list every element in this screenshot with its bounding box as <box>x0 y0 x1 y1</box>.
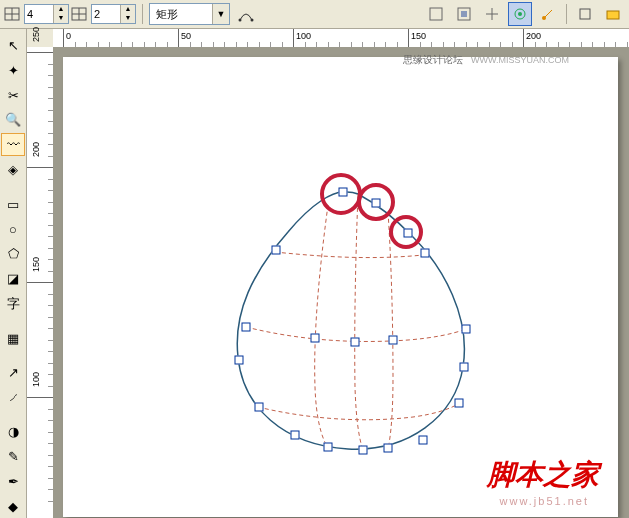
node[interactable] <box>359 446 368 455</box>
node[interactable] <box>419 436 428 445</box>
node[interactable] <box>404 229 413 238</box>
tool-outline[interactable]: ✒ <box>1 470 25 493</box>
drawing-canvas[interactable] <box>63 57 618 517</box>
node[interactable] <box>455 399 464 408</box>
node[interactable] <box>462 325 471 334</box>
tool-table[interactable]: ▦ <box>1 327 25 350</box>
node[interactable] <box>372 199 381 208</box>
node[interactable] <box>242 323 251 332</box>
spin-up[interactable]: ▲ <box>53 5 68 14</box>
svg-rect-8 <box>430 8 442 20</box>
snap-button-2[interactable] <box>452 2 476 26</box>
tool-fill[interactable]: ◆ <box>1 495 25 518</box>
node[interactable] <box>311 334 320 343</box>
node[interactable] <box>324 443 333 452</box>
svg-rect-17 <box>607 11 619 19</box>
spin-down[interactable]: ▼ <box>120 14 135 23</box>
watermark-forum: 思缘设计论坛 WWW.MISSYUAN.COM <box>403 53 569 67</box>
svg-point-7 <box>251 19 254 22</box>
shape-preset-value: 矩形 <box>150 7 212 22</box>
node[interactable] <box>460 363 469 372</box>
page[interactable] <box>63 57 618 517</box>
ruler-horizontal[interactable]: 050100150200 <box>53 29 629 48</box>
grid-x-icon <box>4 5 20 23</box>
node[interactable] <box>351 338 360 347</box>
tool-crop[interactable]: ✂ <box>1 84 25 107</box>
grid-x-input[interactable] <box>25 8 53 20</box>
watermark-site-name: 脚本之家 <box>487 456 599 494</box>
tool-polygon[interactable]: ⬠ <box>1 242 25 265</box>
tool-dimension[interactable]: ↗ <box>1 361 25 384</box>
node[interactable] <box>384 444 393 453</box>
svg-point-6 <box>239 19 242 22</box>
grid-x-spinner[interactable]: ▲▼ <box>24 4 69 24</box>
node-top[interactable] <box>339 188 348 197</box>
svg-point-14 <box>518 12 522 16</box>
watermark-site-url: www.jb51.net <box>500 495 589 507</box>
node[interactable] <box>255 403 264 412</box>
dropdown-arrow[interactable]: ▼ <box>212 4 229 24</box>
tool-pick[interactable]: ↖ <box>1 34 25 57</box>
node[interactable] <box>291 431 300 440</box>
grid-y-input[interactable] <box>92 8 120 20</box>
tool-connector[interactable]: ⟋ <box>1 386 25 409</box>
property-bar: ▲▼ ▲▼ 矩形 ▼ <box>0 0 629 29</box>
snap-button-1[interactable] <box>424 2 448 26</box>
tool-eyedropper[interactable]: ✎ <box>1 445 25 468</box>
tool-freehand[interactable]: 〰 <box>1 133 25 156</box>
spin-up[interactable]: ▲ <box>120 5 135 14</box>
node[interactable] <box>389 336 398 345</box>
shape-preset-dropdown[interactable]: 矩形 ▼ <box>149 3 230 25</box>
spin-down[interactable]: ▼ <box>53 14 68 23</box>
svg-rect-10 <box>461 11 467 17</box>
options-button-2[interactable] <box>601 2 625 26</box>
convert-to-curves-button[interactable] <box>234 2 258 26</box>
svg-point-15 <box>542 16 546 20</box>
svg-rect-16 <box>580 9 590 19</box>
snap-to-objects-button[interactable] <box>508 2 532 26</box>
mesh-grid <box>246 194 466 450</box>
main-outline[interactable] <box>237 192 464 449</box>
tool-smart-fill[interactable]: ◈ <box>1 158 25 181</box>
toolbox: ↖✦✂🔍〰◈▭○⬠◪字▦↗⟋◑✎✒◆ <box>0 29 27 518</box>
node[interactable] <box>421 249 430 258</box>
tool-ellipse[interactable]: ○ <box>1 218 25 241</box>
tool-text[interactable]: 字 <box>1 292 25 315</box>
tool-shape[interactable]: ✦ <box>1 59 25 82</box>
tool-basic-shapes[interactable]: ◪ <box>1 267 25 290</box>
grid-y-icon <box>71 5 87 23</box>
tool-zoom[interactable]: 🔍 <box>1 109 25 132</box>
node[interactable] <box>272 246 281 255</box>
canvas-area[interactable]: 思缘设计论坛 WWW.MISSYUAN.COM 脚本之家 www.jb51.ne… <box>53 47 629 518</box>
tool-interactive[interactable]: ◑ <box>1 421 25 444</box>
dynamic-guides-button[interactable] <box>536 2 560 26</box>
grid-y-spinner[interactable]: ▲▼ <box>91 4 136 24</box>
ruler-vertical[interactable]: 250200150100 <box>27 47 54 518</box>
tool-rectangle[interactable]: ▭ <box>1 193 25 216</box>
node[interactable] <box>235 356 244 365</box>
separator <box>142 4 143 24</box>
snap-button-3[interactable] <box>480 2 504 26</box>
workspace: 050100150200 250200150100 <box>27 29 629 518</box>
options-button[interactable] <box>573 2 597 26</box>
separator <box>566 4 567 24</box>
